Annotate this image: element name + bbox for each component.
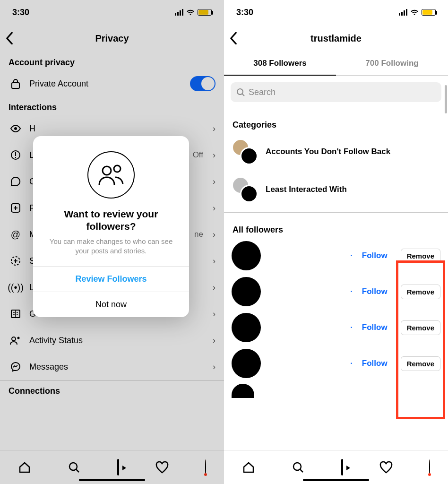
row-label: Messages <box>29 362 68 372</box>
nav-search-icon[interactable] <box>68 461 81 474</box>
svg-point-1 <box>14 127 17 130</box>
svg-point-12 <box>69 463 77 470</box>
nav-home-icon[interactable] <box>242 461 255 474</box>
row-value: ne <box>194 230 203 239</box>
svg-rect-4 <box>15 157 16 158</box>
chevron-right-icon: › <box>213 362 215 372</box>
chevron-right-icon: › <box>213 177 215 187</box>
status-bar: 3:30 <box>224 0 448 25</box>
follow-link[interactable]: Follow <box>362 323 388 332</box>
chevron-right-icon: › <box>213 124 215 134</box>
tab-followers[interactable]: 308 Followers <box>224 52 336 76</box>
comment-icon <box>9 176 23 187</box>
svg-rect-0 <box>12 83 19 88</box>
dot-separator: · <box>350 359 352 368</box>
battery-icon <box>422 9 436 16</box>
category-least-interacted[interactable]: Least Interacted With <box>224 171 448 208</box>
avatar <box>232 384 254 398</box>
eye-icon <box>9 125 23 132</box>
chevron-right-icon: › <box>213 309 215 319</box>
chevron-right-icon: › <box>213 283 215 293</box>
categories-header: Categories <box>224 114 448 133</box>
follow-link[interactable]: Follow <box>362 251 388 260</box>
modal-body: You can make changes to who can see your… <box>49 237 173 256</box>
search-placeholder: Search <box>249 87 276 97</box>
private-account-label: Private Account <box>29 79 88 89</box>
back-button[interactable] <box>230 32 237 44</box>
nav-home-icon[interactable] <box>18 461 31 474</box>
highlight-annotation <box>396 260 445 419</box>
search-icon <box>236 88 245 96</box>
status-bar: 3:30 <box>0 0 224 25</box>
review-followers-modal: Want to review your followers? You can m… <box>33 136 189 317</box>
review-followers-button[interactable]: Review Followers <box>33 266 189 292</box>
home-indicator <box>79 479 145 481</box>
nav-activity-icon[interactable] <box>155 461 169 474</box>
svg-point-13 <box>237 89 243 95</box>
private-account-row[interactable]: Private Account <box>0 70 224 97</box>
people-icon <box>87 151 135 199</box>
plus-square-icon <box>9 203 23 213</box>
svg-point-9 <box>17 337 20 339</box>
nav-profile-icon[interactable] <box>205 460 206 475</box>
avatar <box>232 241 261 270</box>
dot-separator: · <box>350 287 352 296</box>
svg-point-10 <box>103 166 111 175</box>
live-icon: ((•)) <box>9 282 23 293</box>
header: Privacy <box>0 25 224 52</box>
dot-separator: · <box>350 251 352 260</box>
nav-activity-icon[interactable] <box>379 461 393 474</box>
row-messages[interactable]: Messages › <box>0 354 224 380</box>
cellular-icon <box>175 9 183 16</box>
nav-profile-icon[interactable] <box>429 460 430 475</box>
nav-reels-icon[interactable] <box>341 460 343 475</box>
back-button[interactable] <box>6 32 13 44</box>
section-account-privacy: Account privacy <box>0 52 224 70</box>
tabs: 308 Followers 700 Following <box>224 52 448 76</box>
follow-link[interactable]: Follow <box>362 287 388 296</box>
avatar <box>232 349 261 378</box>
avatar <box>232 277 261 306</box>
home-indicator <box>303 479 369 481</box>
row-value: Off <box>193 150 203 160</box>
row-label: Activity Status <box>29 336 83 346</box>
svg-point-11 <box>114 165 121 172</box>
dot-separator: · <box>350 323 352 332</box>
follow-link[interactable]: Follow <box>362 359 388 368</box>
not-now-button[interactable]: Not now <box>33 292 189 317</box>
category-thumb <box>232 176 258 203</box>
tab-following[interactable]: 700 Following <box>336 52 448 76</box>
followers-screen: 3:30 trustlamide 308 Followers 700 Follo… <box>224 0 448 484</box>
privacy-screen: 3:30 Privacy Account privacy Private Acc… <box>0 0 224 484</box>
nav-search-icon[interactable] <box>292 461 305 474</box>
private-account-toggle[interactable] <box>190 76 215 91</box>
status-right <box>399 9 436 16</box>
svg-point-14 <box>293 463 301 470</box>
svg-rect-3 <box>15 152 16 156</box>
row-label: H <box>29 124 35 134</box>
lock-icon <box>9 78 23 89</box>
battery-icon <box>198 9 212 16</box>
svg-point-8 <box>12 337 16 341</box>
alert-icon <box>9 150 23 160</box>
search-input[interactable]: Search <box>231 82 441 102</box>
chevron-right-icon: › <box>213 150 215 160</box>
category-label: Least Interacted With <box>266 185 347 194</box>
header: trustlamide <box>224 25 448 52</box>
category-label: Accounts You Don't Follow Back <box>266 147 390 156</box>
row-activity-status[interactable]: Activity Status › <box>0 327 224 354</box>
category-not-follow-back[interactable]: Accounts You Don't Follow Back <box>224 133 448 171</box>
cellular-icon <box>399 9 407 16</box>
category-thumb <box>232 138 258 165</box>
chevron-right-icon: › <box>213 230 215 240</box>
chevron-right-icon: › <box>213 256 215 266</box>
at-icon: @ <box>9 229 23 240</box>
page-title: Privacy <box>0 33 224 44</box>
status-right <box>175 9 212 16</box>
all-followers-header: All followers <box>224 219 448 238</box>
messenger-icon <box>9 362 23 372</box>
nav-reels-icon[interactable] <box>117 460 119 475</box>
activity-icon <box>9 336 23 345</box>
guides-icon <box>9 309 23 319</box>
bottom-nav <box>0 450 224 484</box>
